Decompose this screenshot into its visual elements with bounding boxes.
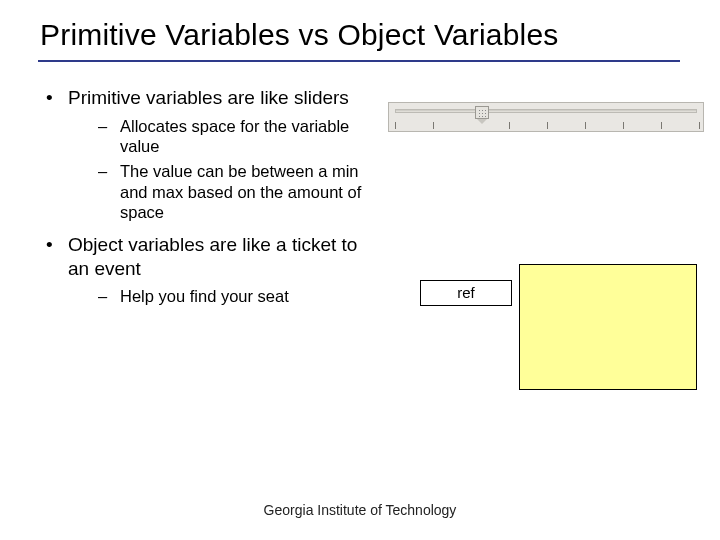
footer-text: Georgia Institute of Technology: [0, 502, 720, 518]
bullet-text: Object variables are like a ticket to an…: [68, 234, 357, 279]
slider-thumb: [475, 106, 489, 119]
ref-box: ref: [420, 280, 512, 306]
slider-tick: [699, 122, 700, 129]
sub-bullet: Allocates space for the variable value: [68, 116, 380, 157]
slider-graphic: [388, 102, 704, 132]
content-block: Primitive variables are like sliders All…: [40, 86, 380, 317]
page-title: Primitive Variables vs Object Variables: [40, 18, 559, 52]
bullet-primitive: Primitive variables are like sliders All…: [40, 86, 380, 223]
thumb-grip-icon: [478, 109, 486, 117]
sub-list: Help you find your seat: [68, 286, 380, 307]
title-underline: [38, 60, 680, 62]
slider-tick: [433, 122, 434, 129]
object-box: [519, 264, 697, 390]
bullet-list: Primitive variables are like sliders All…: [40, 86, 380, 307]
slide: Primitive Variables vs Object Variables …: [0, 0, 720, 540]
sub-list: Allocates space for the variable value T…: [68, 116, 380, 223]
sub-bullet: Help you find your seat: [68, 286, 380, 307]
slider-tick: [661, 122, 662, 129]
slider-track: [395, 109, 697, 113]
bullet-object: Object variables are like a ticket to an…: [40, 233, 380, 307]
slider-tick: [547, 122, 548, 129]
slider-tick: [395, 122, 396, 129]
slider-tick: [623, 122, 624, 129]
slider-tick: [509, 122, 510, 129]
bullet-text: Primitive variables are like sliders: [68, 87, 349, 108]
slider-tick: [585, 122, 586, 129]
sub-bullet: The value can be between a min and max b…: [68, 161, 380, 223]
